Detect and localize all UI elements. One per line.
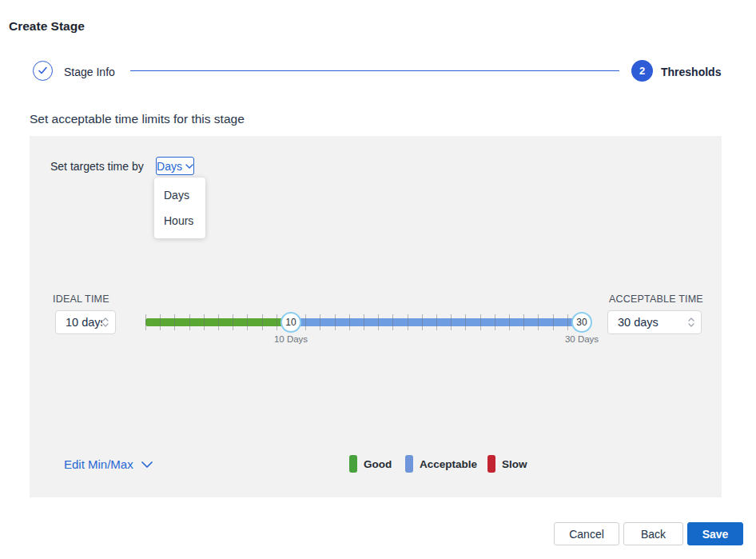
legend-label-acceptable: Acceptable [420, 458, 477, 470]
check-icon [38, 66, 48, 75]
slider-tick [553, 314, 554, 330]
slider-tick [495, 314, 495, 330]
legend-item-acceptable: Acceptable [405, 455, 477, 473]
slider-acceptable-day-label: 30 Days [565, 334, 599, 344]
legend-swatch [487, 455, 495, 473]
slider-tick [480, 314, 481, 330]
targets-time-label: Set targets time by [50, 160, 144, 173]
acceptable-time-field [607, 310, 702, 334]
legend-label-slow: Slow [502, 458, 527, 470]
save-button[interactable]: Save [687, 522, 743, 545]
chevron-down-icon [185, 164, 193, 169]
slider-handle-ideal-value: 10 [285, 317, 296, 328]
ideal-time-field [55, 310, 116, 334]
slider-handle-ideal[interactable]: 10 [281, 312, 301, 333]
slider-tick [451, 314, 452, 330]
ideal-time-decrement[interactable] [102, 323, 109, 327]
chevron-up-icon [102, 317, 109, 321]
slider-tick [364, 314, 364, 330]
slider-handle-acceptable-value: 30 [576, 317, 587, 328]
slider-tick [436, 314, 437, 330]
slider-tick [567, 314, 568, 330]
stepper-connector [130, 70, 619, 71]
slider-tick [422, 314, 423, 330]
slider-tick [233, 314, 233, 330]
ideal-time-label: IDEAL TIME [53, 293, 109, 305]
acceptable-time-spinner [688, 317, 694, 327]
time-unit-dropdown[interactable]: Days [156, 157, 194, 175]
ideal-time-increment[interactable] [102, 317, 109, 321]
time-unit-menu: Days Hours [154, 178, 205, 238]
ideal-time-spinner [102, 317, 109, 327]
time-unit-selected: Days [157, 160, 182, 173]
back-button[interactable]: Back [623, 522, 683, 545]
acceptable-time-label: ACCEPTABLE TIME [609, 293, 703, 305]
slider-track[interactable]: 10 30 [145, 314, 582, 330]
legend-swatch [349, 455, 357, 473]
acceptable-time-increment[interactable] [688, 317, 694, 321]
slider-tick [320, 314, 320, 330]
edit-minmax-label: Edit Min/Max [64, 457, 133, 471]
slider-tick [189, 314, 190, 330]
page-title: Create Stage [9, 19, 85, 34]
cancel-button[interactable]: Cancel [554, 522, 619, 545]
slider-tick [509, 314, 510, 330]
slider-tick [277, 314, 277, 330]
chevron-down-icon [141, 461, 153, 468]
create-stage-dialog: Create Stage Stage Info 2 Thresholds Set… [0, 0, 756, 559]
slider-tick [523, 314, 524, 330]
menu-item-hours[interactable]: Hours [154, 208, 205, 234]
slider-tick [262, 314, 263, 330]
slider-tick [335, 314, 336, 330]
slider-tick [160, 314, 161, 330]
slider-tick [218, 314, 219, 330]
chevron-up-icon [688, 317, 694, 321]
slider-ideal-day-label: 10 Days [274, 334, 308, 344]
slider-tick [174, 314, 175, 330]
slider-tick [145, 314, 146, 330]
edit-minmax-link[interactable]: Edit Min/Max [64, 457, 153, 471]
slider-tick [392, 314, 393, 330]
ideal-time-input[interactable] [56, 316, 102, 329]
legend-swatch [405, 455, 413, 473]
slider-tick [247, 314, 248, 330]
chevron-down-icon [102, 323, 109, 327]
menu-item-days[interactable]: Days [154, 182, 205, 208]
step-thresholds-label: Thresholds [661, 66, 721, 78]
chevron-down-icon [688, 323, 694, 327]
slider-tick [408, 314, 408, 330]
slider-handle-acceptable[interactable]: 30 [571, 312, 592, 333]
step-stage-info-label[interactable]: Stage Info [64, 66, 115, 78]
slider-tick [204, 314, 205, 330]
slider-tick [378, 314, 379, 330]
slider-tick [538, 314, 539, 330]
step-number: 2 [639, 65, 645, 77]
legend-label-good: Good [364, 458, 392, 470]
thresholds-panel: Set targets time by Days Days Hours IDEA… [30, 136, 722, 497]
acceptable-time-decrement[interactable] [688, 323, 694, 327]
legend-item-slow: Slow [487, 455, 527, 473]
legend-item-good: Good [349, 455, 392, 473]
step-thresholds-indicator[interactable]: 2 [631, 60, 653, 82]
step-stage-info-indicator[interactable] [33, 61, 53, 81]
section-heading: Set acceptable time limits for this stag… [30, 112, 245, 126]
slider-tick [305, 314, 306, 330]
slider-tick [349, 314, 350, 330]
slider-tick [465, 314, 466, 330]
acceptable-time-input[interactable] [608, 316, 688, 329]
